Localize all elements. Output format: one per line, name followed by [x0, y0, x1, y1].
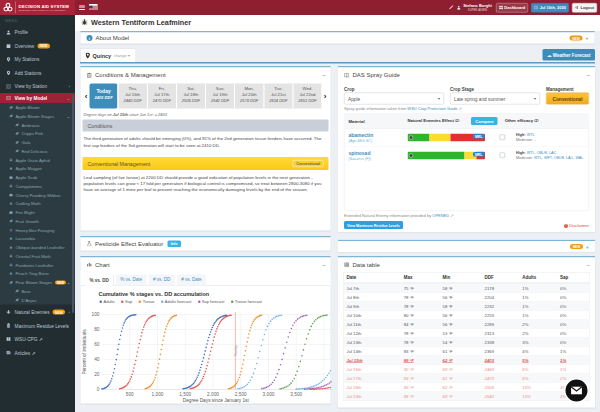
svg-text:Degree Days since January 1st: Degree Days since January 1st — [183, 397, 250, 402]
svg-text:3,000: 3,000 — [263, 391, 275, 396]
svg-text:60: 60 — [94, 342, 100, 347]
svg-text:Percent of individuals: Percent of individuals — [82, 329, 87, 375]
svg-text:500: 500 — [126, 391, 134, 396]
svg-text:Today: Today — [233, 344, 238, 356]
svg-text:0: 0 — [97, 387, 100, 392]
svg-text:3,500: 3,500 — [290, 391, 302, 396]
svg-text:40: 40 — [94, 357, 100, 362]
svg-text:1,500: 1,500 — [179, 391, 191, 396]
svg-text:2,500: 2,500 — [235, 391, 247, 396]
svg-text:100: 100 — [92, 312, 100, 317]
svg-text:80: 80 — [94, 327, 100, 332]
svg-text:1,000: 1,000 — [152, 391, 164, 396]
svg-text:20: 20 — [94, 372, 100, 377]
svg-text:2,000: 2,000 — [207, 391, 219, 396]
